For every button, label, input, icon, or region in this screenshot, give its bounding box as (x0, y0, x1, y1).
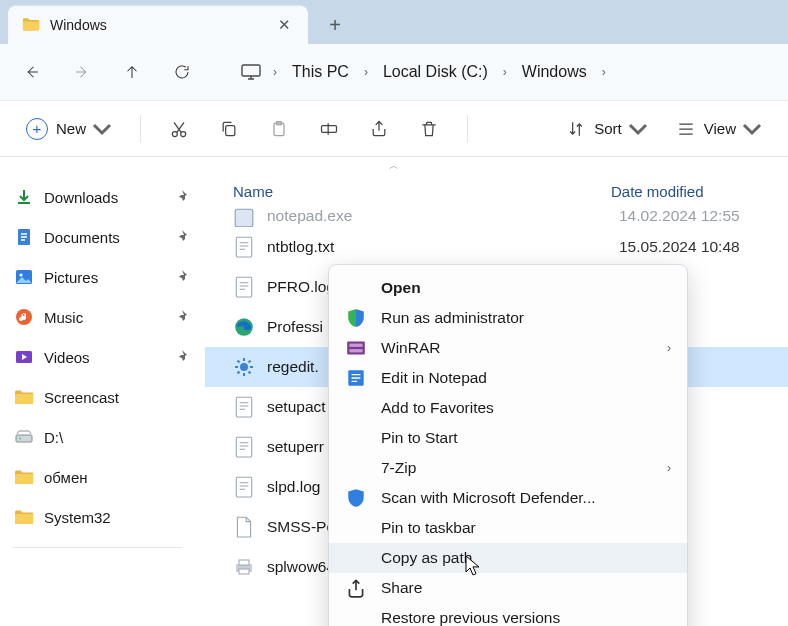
cut-button[interactable] (157, 110, 201, 148)
sidebar-item-documents[interactable]: Documents (8, 217, 197, 257)
copy-button[interactable] (207, 110, 251, 148)
menu-item-scan-with-microsoft-defender-[interactable]: Scan with Microsoft Defender... (329, 483, 687, 513)
chevron-right-icon: › (595, 65, 613, 79)
sidebar-item-pictures[interactable]: Pictures (8, 257, 197, 297)
separator (140, 115, 141, 143)
printer-icon (233, 556, 255, 578)
sidebar-item--[interactable]: обмен (8, 457, 197, 497)
breadcrumb[interactable]: › This PC › Local Disk (C:) › Windows › (240, 59, 613, 85)
chevron-right-icon: › (667, 461, 671, 475)
menu-item-label: Share (381, 579, 671, 597)
sort-button[interactable]: Sort (554, 110, 660, 148)
forward-button[interactable] (60, 52, 104, 92)
svg-point-13 (19, 438, 21, 440)
menu-item-winrar[interactable]: WinRAR › (329, 333, 687, 363)
column-headers[interactable]: Name Date modified (205, 175, 788, 207)
sidebar-item-videos[interactable]: Videos (8, 337, 197, 377)
shield-blue-icon (345, 487, 367, 509)
file-row[interactable]: notepad.exe 14.02.2024 12:55 (205, 207, 788, 227)
pin-icon (177, 309, 191, 326)
new-button[interactable]: + New (14, 110, 124, 148)
column-name[interactable]: Name (233, 183, 611, 200)
menu-item-edit-in-notepad[interactable]: Edit in Notepad (329, 363, 687, 393)
rename-button[interactable] (307, 110, 351, 148)
file-name: ntbtlog.txt (267, 238, 607, 256)
svg-rect-16 (236, 277, 251, 297)
menu-item-open[interactable]: Open (329, 273, 687, 303)
sidebar-item-screencast[interactable]: Screencast (8, 377, 197, 417)
text-icon (233, 436, 255, 458)
svg-rect-23 (239, 560, 249, 565)
column-date-modified[interactable]: Date modified (611, 183, 788, 200)
sidebar-item-downloads[interactable]: Downloads (8, 177, 197, 217)
plus-circle-icon: + (26, 118, 48, 140)
text-icon (233, 476, 255, 498)
menu-item-label: Add to Favorites (381, 399, 671, 417)
pin-icon (177, 229, 191, 246)
view-button[interactable]: View (664, 110, 774, 148)
menu-item-restore-previous-versions[interactable]: Restore previous versions (329, 603, 687, 626)
svg-rect-15 (236, 237, 251, 257)
collapse-ribbon-button[interactable]: ︿ (0, 157, 788, 175)
menu-item-label: Edit in Notepad (381, 369, 671, 387)
chevron-right-icon: › (266, 65, 284, 79)
svg-rect-27 (349, 349, 362, 352)
menu-item-copy-as-path[interactable]: Copy as path (329, 543, 687, 573)
delete-button[interactable] (407, 110, 451, 148)
refresh-button[interactable] (160, 52, 204, 92)
close-tab-button[interactable]: ✕ (272, 13, 296, 37)
context-menu: Open Run as administrator WinRAR › Edit … (328, 264, 688, 626)
up-button[interactable] (110, 52, 154, 92)
pin-icon (177, 189, 191, 206)
text-icon (233, 276, 255, 298)
pictures-icon (14, 267, 34, 287)
breadcrumb-item[interactable]: This PC (286, 59, 355, 85)
sidebar-item-label: обмен (44, 469, 191, 486)
text-icon (233, 396, 255, 418)
folder-icon (22, 17, 40, 33)
nav-toolbar: › This PC › Local Disk (C:) › Windows › (0, 44, 788, 100)
breadcrumb-item[interactable]: Local Disk (C:) (377, 59, 494, 85)
new-tab-button[interactable]: + (320, 10, 350, 40)
sidebar-item-label: Videos (44, 349, 167, 366)
separator (467, 115, 468, 143)
file-row[interactable]: ntbtlog.txt 15.05.2024 10:48 (205, 227, 788, 267)
menu-item-run-as-administrator[interactable]: Run as administrator (329, 303, 687, 333)
share-button[interactable] (357, 110, 401, 148)
svg-point-2 (181, 131, 186, 136)
tab-windows[interactable]: Windows ✕ (8, 5, 308, 44)
winrar-icon (345, 337, 367, 359)
chevron-right-icon: › (496, 65, 514, 79)
svg-point-1 (172, 131, 177, 136)
videos-icon (14, 347, 34, 367)
menu-item-share[interactable]: Share (329, 573, 687, 603)
sidebar-item-label: System32 (44, 509, 191, 526)
back-button[interactable] (10, 52, 54, 92)
sidebar-item-label: Downloads (44, 189, 167, 206)
svg-rect-14 (235, 209, 253, 227)
svg-rect-0 (242, 65, 260, 76)
paste-button[interactable] (257, 110, 301, 148)
menu-item-label: Pin to Start (381, 429, 671, 447)
sidebar-item-label: Documents (44, 229, 167, 246)
folder-icon (14, 467, 34, 487)
menu-item-pin-to-start[interactable]: Pin to Start (329, 423, 687, 453)
svg-rect-24 (239, 569, 249, 574)
file-date: 14.02.2024 12:55 (619, 207, 788, 225)
sidebar-item-music[interactable]: Music (8, 297, 197, 337)
menu-item-pin-to-taskbar[interactable]: Pin to taskbar (329, 513, 687, 543)
menu-item-7-zip[interactable]: 7-Zip › (329, 453, 687, 483)
menu-item-add-to-favorites[interactable]: Add to Favorites (329, 393, 687, 423)
download-icon (14, 187, 34, 207)
svg-rect-3 (226, 125, 235, 135)
sort-label: Sort (594, 120, 622, 137)
file-date: 15.05.2024 10:48 (619, 238, 788, 256)
breadcrumb-item[interactable]: Windows (516, 59, 593, 85)
sidebar-item-system32[interactable]: System32 (8, 497, 197, 537)
share-icon (345, 577, 367, 599)
menu-item-label: Copy as path (381, 549, 671, 567)
sidebar-item-d-[interactable]: D:\ (8, 417, 197, 457)
menu-item-label: 7-Zip (381, 459, 653, 477)
folder-icon (14, 507, 34, 527)
app-icon (233, 207, 255, 227)
